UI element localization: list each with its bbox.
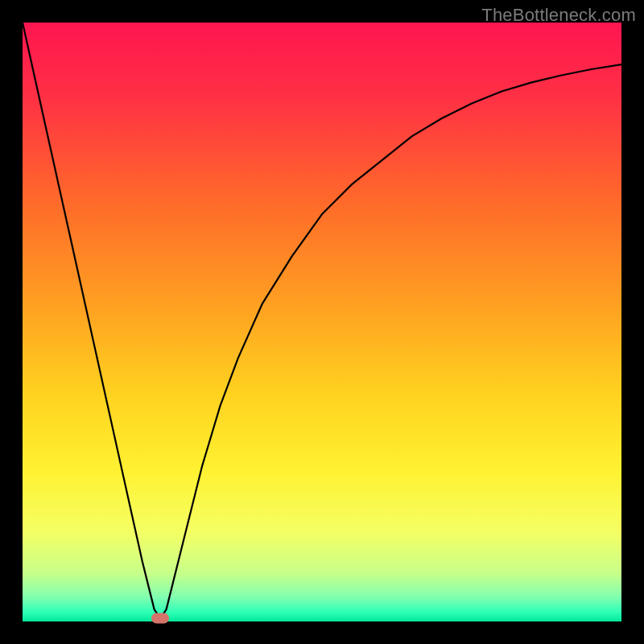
- optimal-point-marker: [151, 613, 169, 624]
- bottleneck-chart: [23, 23, 621, 621]
- plot-frame: [23, 23, 621, 621]
- watermark-text: TheBottleneck.com: [481, 5, 636, 26]
- gradient-background: [23, 23, 621, 621]
